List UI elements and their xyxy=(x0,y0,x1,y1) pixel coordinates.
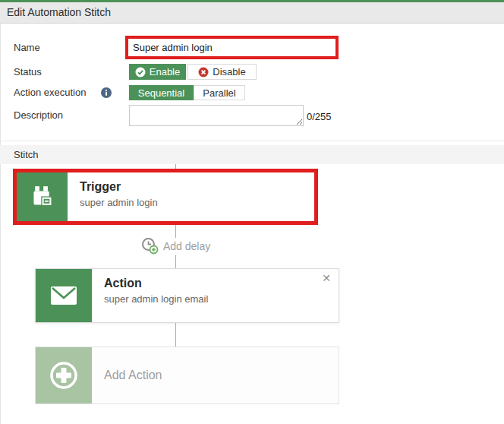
execution-parallel-button[interactable]: Parallel xyxy=(194,85,245,100)
action-execution-label: Action execution xyxy=(14,87,86,98)
status-disable-button[interactable]: Disable xyxy=(187,64,257,80)
x-circle-icon xyxy=(198,67,209,78)
trigger-card[interactable]: Trigger super admin login xyxy=(13,169,318,225)
check-circle-icon xyxy=(135,67,146,78)
trigger-icon-square xyxy=(17,172,68,221)
description-label: Description xyxy=(14,109,63,121)
page-left-border xyxy=(0,0,1,424)
close-icon[interactable]: ✕ xyxy=(322,272,331,284)
name-label: Name xyxy=(14,42,40,53)
status-label: Status xyxy=(14,66,42,78)
trigger-subtitle: super admin login xyxy=(80,197,158,208)
name-annotation-highlight xyxy=(125,36,339,59)
action-card[interactable]: Action super admin login email ✕ xyxy=(35,268,339,323)
stitch-section-header: Stitch xyxy=(0,145,504,164)
flow-connector-line xyxy=(175,255,176,268)
page-title: Edit Automation Stitch xyxy=(0,2,504,24)
status-enable-label: Enable xyxy=(150,66,180,78)
description-char-counter: 0/255 xyxy=(307,111,332,122)
action-icon-square xyxy=(36,269,92,322)
execution-sequential-label: Sequential xyxy=(138,87,184,99)
add-action-card[interactable]: Add Action xyxy=(35,346,339,404)
email-envelope-icon xyxy=(50,286,77,305)
add-delay-clock-icon[interactable] xyxy=(140,236,159,255)
trigger-title: Trigger xyxy=(80,180,158,194)
status-disable-label: Disable xyxy=(213,66,245,78)
name-input[interactable] xyxy=(128,39,335,56)
description-textarea[interactable] xyxy=(129,105,304,126)
flow-connector-line xyxy=(175,323,176,346)
execution-sequential-button[interactable]: Sequential xyxy=(129,85,194,100)
flow-connector-line xyxy=(175,225,176,238)
add-action-icon-square xyxy=(36,347,92,403)
add-delay-label[interactable]: Add delay xyxy=(163,240,210,252)
action-subtitle: super admin login email xyxy=(104,293,208,305)
trigger-calendar-icon xyxy=(31,185,54,208)
add-action-label: Add Action xyxy=(92,369,162,382)
execution-parallel-label: Parallel xyxy=(203,87,235,99)
status-enable-button[interactable]: Enable xyxy=(129,64,186,80)
info-icon[interactable] xyxy=(101,87,112,98)
action-title: Action xyxy=(104,277,208,290)
edit-automation-stitch-page: Edit Automation Stitch Name Status Enabl… xyxy=(0,0,504,424)
section-divider xyxy=(0,141,504,141)
plus-circle-icon xyxy=(49,360,79,391)
